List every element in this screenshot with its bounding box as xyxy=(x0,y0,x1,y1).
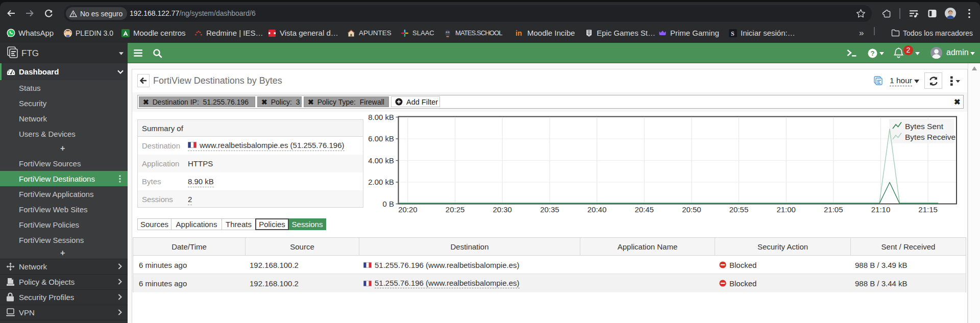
svg-text:8.00 kB: 8.00 kB xyxy=(368,113,394,121)
svg-text:20:25: 20:25 xyxy=(446,205,465,214)
svg-text:20:20: 20:20 xyxy=(398,205,418,214)
svg-text:21:00: 21:00 xyxy=(776,205,796,214)
svg-text:6.00 kB: 6.00 kB xyxy=(368,134,394,143)
svg-text:20:55: 20:55 xyxy=(729,205,749,214)
svg-text:in: in xyxy=(516,29,522,37)
svg-text:?: ? xyxy=(871,49,875,57)
svg-text:21:10: 21:10 xyxy=(871,205,891,214)
svg-text:21:05: 21:05 xyxy=(824,205,843,214)
svg-text:2.00 kB: 2.00 kB xyxy=(368,178,394,186)
svg-text:4.00 kB: 4.00 kB xyxy=(368,156,394,165)
svg-text:0 B: 0 B xyxy=(382,200,394,208)
svg-text:21:15: 21:15 xyxy=(918,205,938,214)
svg-text:Bytes Receive: Bytes Receive xyxy=(905,133,955,141)
svg-text:20:50: 20:50 xyxy=(682,205,701,214)
svg-text:20:40: 20:40 xyxy=(587,205,607,214)
svg-text:S: S xyxy=(731,30,734,37)
svg-text:20:35: 20:35 xyxy=(540,205,559,214)
svg-text:20:30: 20:30 xyxy=(493,205,512,214)
svg-text:20:45: 20:45 xyxy=(634,205,654,214)
svg-text:Bytes Sent: Bytes Sent xyxy=(905,122,944,131)
